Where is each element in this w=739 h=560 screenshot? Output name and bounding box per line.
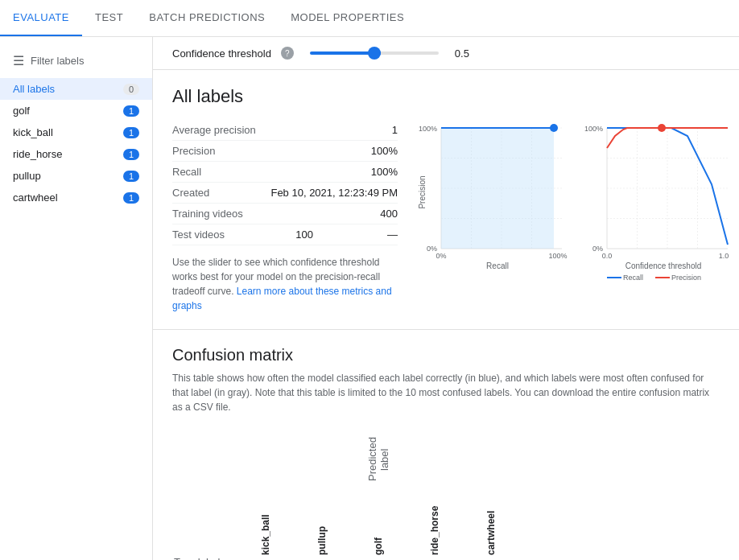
sidebar-item-badge: 1 <box>123 105 139 117</box>
svg-text:100%: 100% <box>548 252 567 260</box>
true-label-header: True label <box>174 550 229 561</box>
filter-labels-header: ☰ Filter labels <box>0 47 152 75</box>
confidence-threshold-bar: Confidence threshold ? 0.5 <box>153 37 739 70</box>
confusion-title: Confusion matrix <box>172 346 720 364</box>
col-label: golf <box>370 497 387 560</box>
pr-chart: 100% 0% 0% 100% Recall Precision <box>417 120 570 281</box>
col-header-ride-horse: ride_horse <box>407 494 463 560</box>
metric-row-test: Test videos 100 — <box>172 224 398 245</box>
metric-row-created: Created Feb 10, 2021, 12:23:49 PM <box>172 183 398 204</box>
metric-value: 100% <box>371 166 398 178</box>
sidebar-item-ride-horse[interactable]: ride_horse 1 <box>0 143 152 165</box>
metric-name: Recall <box>172 166 201 178</box>
sidebar-item-pullup[interactable]: pullup 1 <box>0 165 152 187</box>
confidence-slider[interactable] <box>310 51 439 55</box>
col-header-golf: golf <box>350 494 407 560</box>
sidebar-item-badge: 1 <box>123 127 139 138</box>
filter-label: Filter labels <box>31 55 84 67</box>
svg-text:1.0: 1.0 <box>719 252 729 260</box>
sidebar-item-all-labels[interactable]: All labels 0 <box>0 78 152 100</box>
tab-evaluate[interactable]: EVALUATE <box>0 0 82 36</box>
metrics-note: Use the slider to see which confidence t… <box>172 255 398 313</box>
metric-row-avg-precision: Average precision 1 <box>172 120 398 141</box>
charts-container: 100% 0% 0% 100% Recall Precision <box>417 120 736 313</box>
metric-value: 100% <box>371 145 398 157</box>
svg-text:Recall: Recall <box>486 261 509 270</box>
metric-name: Test videos <box>172 229 225 241</box>
svg-point-11 <box>550 124 558 132</box>
sidebar-item-label: golf <box>13 105 30 117</box>
metric-name: Average precision <box>172 124 256 136</box>
metric-value: 400 <box>380 208 398 220</box>
metrics-table: Average precision 1 Precision 100% Recal… <box>172 120 398 313</box>
svg-text:Precision: Precision <box>418 175 427 208</box>
sidebar-item-label: All labels <box>13 83 55 95</box>
svg-text:Confidence threshold: Confidence threshold <box>625 261 702 270</box>
confusion-matrix-container: True label Predicted label kick_ball <box>172 427 720 560</box>
confidence-label: Confidence threshold <box>172 47 271 60</box>
menu-icon: ☰ <box>13 53 24 68</box>
confusion-section: Confusion matrix This table shows how of… <box>153 329 739 560</box>
svg-marker-10 <box>441 128 554 249</box>
svg-text:0%: 0% <box>436 252 446 260</box>
metric-row-precision: Precision 100% <box>172 141 398 162</box>
svg-text:100%: 100% <box>584 125 603 133</box>
tab-batch[interactable]: BATCH PREDICTIONS <box>136 0 278 36</box>
tab-model[interactable]: MODEL PROPERTIES <box>278 0 417 36</box>
metric-value: Feb 10, 2021, 12:23:49 PM <box>270 187 398 199</box>
metric-value: 100 <box>295 229 313 241</box>
help-icon[interactable]: ? <box>281 47 294 60</box>
metrics-layout: Average precision 1 Precision 100% Recal… <box>172 120 720 313</box>
confidence-value: 0.5 <box>455 47 469 60</box>
svg-text:100%: 100% <box>419 125 437 133</box>
col-header-cartwheel: cartwheel <box>463 494 519 560</box>
pr-chart-box: 100% 0% 0% 100% Recall Precision <box>417 120 570 313</box>
main-layout: ☰ Filter labels All labels 0 golf 1 kick… <box>0 37 739 560</box>
sidebar-item-label: kick_ball <box>13 126 53 138</box>
col-label: pullup <box>313 497 331 560</box>
all-labels-title: All labels <box>172 86 720 107</box>
sidebar-item-badge: 1 <box>123 192 139 204</box>
sidebar-item-label: ride_horse <box>13 148 62 160</box>
sidebar-item-cartwheel[interactable]: cartwheel 1 <box>0 187 152 208</box>
sidebar-item-golf[interactable]: golf 1 <box>0 100 152 121</box>
metric-name: Precision <box>172 145 215 157</box>
col-label: cartwheel <box>482 497 500 560</box>
sidebar-item-label: cartwheel <box>13 191 58 204</box>
sidebar-item-kick-ball[interactable]: kick_ball 1 <box>0 121 152 143</box>
threshold-chart: 100% 0% 0.0 1.0 Confidence threshold Rec… <box>583 120 736 281</box>
sidebar-item-badge: 1 <box>123 149 139 160</box>
tab-test[interactable]: TEST <box>82 0 136 36</box>
main-content: Confidence threshold ? 0.5 All labels Av… <box>153 37 739 560</box>
col-label: kick_ball <box>257 497 275 560</box>
predicted-label-header: Predicted label <box>237 427 519 494</box>
sidebar-item-badge: 1 <box>123 171 139 182</box>
confusion-description: This table shows how often the model cla… <box>172 371 720 414</box>
metric-name: Created <box>172 187 209 199</box>
metric-row-recall: Recall 100% <box>172 162 398 183</box>
metric-row-training: Training videos 400 <box>172 204 398 224</box>
col-header-kick-ball: kick_ball <box>237 494 294 560</box>
metrics-section: All labels Average precision 1 Precision… <box>153 70 739 329</box>
svg-text:0.0: 0.0 <box>602 252 613 260</box>
svg-text:Recall: Recall <box>623 274 643 281</box>
sidebar-item-label: pullup <box>13 170 41 182</box>
metric-name: Training videos <box>172 208 243 220</box>
col-label: ride_horse <box>426 497 444 560</box>
confusion-matrix-table: True label Predicted label kick_ball <box>172 427 520 560</box>
svg-point-27 <box>658 124 666 132</box>
col-header-pullup: pullup <box>294 494 350 560</box>
sidebar-item-badge: 0 <box>123 84 139 95</box>
threshold-chart-box: 100% 0% 0.0 1.0 Confidence threshold Rec… <box>583 120 736 313</box>
top-nav: EVALUATE TEST BATCH PREDICTIONS MODEL PR… <box>0 0 739 37</box>
svg-text:Precision: Precision <box>671 274 701 281</box>
metric-value: 1 <box>392 124 398 136</box>
sidebar: ☰ Filter labels All labels 0 golf 1 kick… <box>0 37 153 560</box>
